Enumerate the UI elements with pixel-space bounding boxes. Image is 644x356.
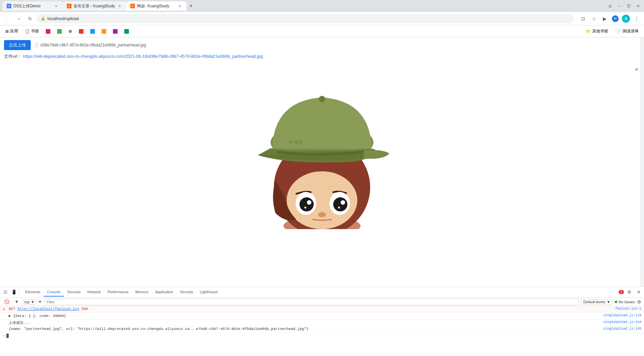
window-close-icon[interactable]: ✕ bbox=[635, 3, 641, 9]
page-scrollbar[interactable] bbox=[640, 37, 644, 287]
apps-label: 应用 bbox=[10, 28, 18, 34]
tab-network[interactable]: Network bbox=[84, 288, 104, 297]
prompt-cursor bbox=[6, 334, 9, 338]
address-bar: ← → ↻ 🔒 localhost/upload ⊡ ☆ ▶ M A ⋮ bbox=[0, 12, 644, 25]
eye-icon[interactable]: 👁 bbox=[38, 300, 42, 304]
tab-kuangstudy[interactable]: K 网超- KuangStudy ✕ bbox=[126, 1, 186, 11]
window-settings-icon[interactable]: ⊡ bbox=[607, 3, 613, 9]
tab-title-kuangstudy: 网超- KuangStudy bbox=[137, 3, 175, 9]
window-controls: ⊡ ─ ⧠ ✕ bbox=[607, 3, 641, 9]
tab-sources[interactable]: Sources bbox=[64, 288, 84, 297]
window-minimize-icon[interactable]: ─ bbox=[616, 3, 623, 9]
error-link[interactable]: http://localhost/favicon.ico bbox=[17, 307, 79, 311]
tab-list: O OSS上传Demo ✕ K 发布文章 - KuangStudy ✕ K 网超… bbox=[3, 1, 196, 11]
tab-close-publish[interactable]: ✕ bbox=[117, 3, 122, 9]
file-url-display: 文件url： https://will-deprecated.oss-cn-ch… bbox=[0, 53, 644, 62]
tab-console[interactable]: Console bbox=[44, 288, 64, 297]
devtools-toolbar: ⊡ 📱 Elements Console Sources Network Per… bbox=[0, 287, 644, 298]
tab-lighthouse[interactable]: Lighthouse bbox=[196, 288, 221, 297]
svg-point-9 bbox=[341, 200, 345, 204]
github-icon: ⊛ bbox=[68, 29, 72, 34]
bookmark-icon[interactable]: ☆ bbox=[589, 14, 599, 23]
bookmark-item-7[interactable] bbox=[122, 28, 132, 35]
console-source-2[interactable]: singleUpload.js:119 bbox=[603, 314, 641, 317]
error-count-badge: 1 bbox=[619, 290, 624, 294]
devtools-gear-icon[interactable]: ⚙ bbox=[625, 288, 633, 296]
lock-icon: 🔒 bbox=[41, 16, 45, 21]
svg-point-7 bbox=[333, 197, 347, 211]
bookmark-item-4[interactable] bbox=[88, 28, 98, 35]
bookmark-item-6[interactable] bbox=[110, 28, 120, 35]
upload-button[interactable]: 点击上传 bbox=[4, 40, 31, 50]
character-illustration: 书 阵术 bbox=[202, 62, 442, 229]
tab-publish[interactable]: K 发布文章 - KuangStudy ✕ bbox=[63, 1, 126, 11]
reading-list[interactable]: 📄 阅读清单 bbox=[614, 27, 641, 35]
file-url-label: 文件url： bbox=[4, 54, 22, 59]
page-content: 点击上传 📄 d38e79d8-c9b7-457d-862e-0fbda21e0… bbox=[0, 37, 644, 287]
file-name: d38e79d8-c9b7-457d-862e-0fbda21e066b_par… bbox=[40, 43, 146, 47]
refresh-button[interactable]: ↻ bbox=[25, 14, 35, 23]
tab-memory[interactable]: Memory bbox=[132, 288, 152, 297]
console-ban-icon[interactable]: 🚫 bbox=[3, 298, 11, 306]
bookmark-item-5[interactable] bbox=[99, 28, 109, 35]
devtools-close-icon[interactable]: ✕ bbox=[635, 288, 643, 296]
url-text: localhost/upload bbox=[47, 16, 79, 21]
console-prompt[interactable]: › bbox=[0, 333, 644, 339]
bookmark-item-1[interactable] bbox=[43, 28, 53, 35]
forward-button[interactable]: → bbox=[14, 14, 23, 23]
tab-oss[interactable]: O OSS上传Demo ✕ bbox=[3, 1, 63, 11]
back-button[interactable]: ← bbox=[3, 14, 12, 23]
error-icon: ✕ bbox=[3, 307, 7, 311]
svg-point-14 bbox=[319, 96, 325, 102]
bookmark-github[interactable]: ⊛ bbox=[66, 27, 75, 35]
account-icon[interactable]: M bbox=[611, 14, 620, 23]
bookmark-apps[interactable]: ⊞ 应用 bbox=[3, 27, 21, 35]
window-maximize-icon[interactable]: ⧠ bbox=[625, 3, 632, 9]
file-url-link[interactable]: https://will-deprecated.oss-cn-chengdu.a… bbox=[23, 54, 263, 59]
filter-input[interactable] bbox=[44, 299, 579, 305]
video-icon[interactable]: ▶ bbox=[600, 14, 609, 23]
context-chevron-icon: ▼ bbox=[31, 300, 34, 304]
bookmark-item-3[interactable] bbox=[76, 28, 86, 35]
devtools-inspect-icon[interactable]: ⊡ bbox=[1, 288, 9, 296]
new-tab-button[interactable]: + bbox=[186, 1, 196, 11]
bookmarks-bar: ⊞ 应用 📋 书签 ⊛ 📁 其他书签 📄 阅读清单 bbox=[0, 25, 644, 37]
cast-icon[interactable]: ⊡ bbox=[579, 14, 588, 23]
console-settings-icon[interactable]: ⚙ bbox=[637, 299, 641, 305]
devtools-device-icon[interactable]: 📱 bbox=[10, 288, 18, 296]
reading-list-label: 阅读清单 bbox=[623, 28, 639, 34]
profile-avatar[interactable]: A bbox=[621, 14, 631, 23]
console-info-content-3: {name: "partnerhead.jpg", url: "https://… bbox=[9, 327, 603, 331]
devtools-tabs: Elements Console Sources Network Perform… bbox=[22, 288, 221, 297]
log-level-selector[interactable]: Default levels ▼ bbox=[581, 299, 613, 305]
file-info: 📄 d38e79d8-c9b7-457d-862e-0fbda21e066b_p… bbox=[34, 43, 146, 47]
tab-application[interactable]: Application bbox=[152, 288, 177, 297]
apps-icon: ⊞ bbox=[5, 29, 9, 34]
devtools-right-icons: 1 ⚙ ✕ bbox=[619, 288, 643, 296]
console-source-1[interactable]: favicon.ico:1 bbox=[615, 307, 641, 311]
tab-close-kuangstudy[interactable]: ✕ bbox=[177, 3, 182, 9]
url-bar[interactable]: 🔒 localhost/upload bbox=[37, 14, 574, 23]
no-issues-indicator[interactable]: No Issues bbox=[615, 300, 635, 304]
tab-elements[interactable]: Elements bbox=[22, 288, 44, 297]
context-value: top bbox=[24, 300, 29, 304]
console-row-info-3: {name: "partnerhead.jpg", url: "https://… bbox=[0, 326, 644, 333]
close-preview-button[interactable]: ✕ bbox=[633, 66, 640, 73]
bookmark-bookmarks[interactable]: 📋 书签 bbox=[22, 27, 42, 35]
bookmarks-label: 书签 bbox=[31, 28, 39, 34]
bookmark-item-2[interactable] bbox=[54, 28, 64, 35]
tab-performance[interactable]: Performance bbox=[104, 288, 132, 297]
console-source-3[interactable]: singleUpload.js:134 bbox=[603, 320, 641, 324]
devtools-panel: ⊡ 📱 Elements Console Sources Network Per… bbox=[0, 287, 644, 356]
devtools-left-icons: ⊡ 📱 bbox=[1, 288, 20, 296]
tab-favicon-kuangstudy: K bbox=[130, 4, 135, 8]
other-bookmarks[interactable]: 📁 其他书签 bbox=[583, 27, 611, 35]
file-icon: 📄 bbox=[34, 43, 39, 47]
console-source-4[interactable]: singleUpload.js:145 bbox=[603, 327, 641, 331]
menu-icon[interactable]: ⋮ bbox=[632, 14, 641, 23]
svg-point-12 bbox=[318, 212, 326, 217]
tab-close-oss[interactable]: ✕ bbox=[53, 3, 59, 9]
context-selector[interactable]: top ▼ bbox=[23, 299, 36, 305]
tab-security[interactable]: Security bbox=[176, 288, 196, 297]
console-filter-icon[interactable]: ▼ bbox=[13, 298, 21, 306]
